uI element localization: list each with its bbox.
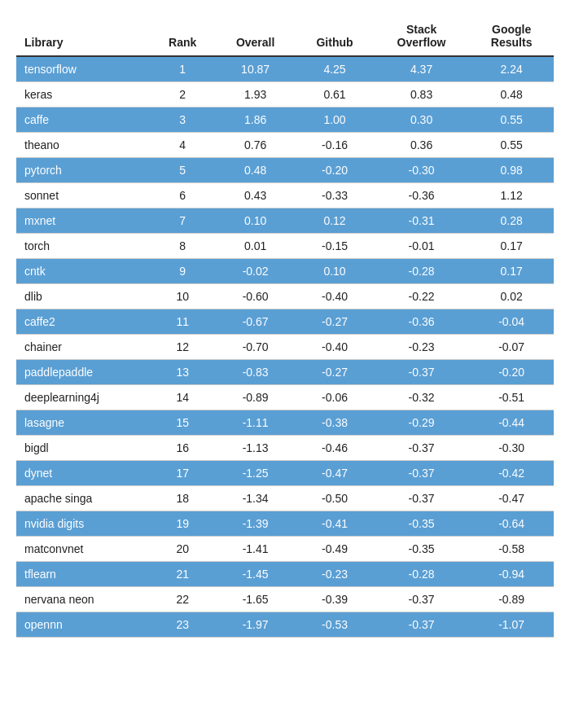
table-row: chainer12-0.70-0.40-0.23-0.07 bbox=[16, 335, 554, 360]
col-header-library: Library bbox=[16, 16, 150, 56]
cell-stackoverflow: -0.36 bbox=[374, 183, 469, 208]
table-row: lasagne15-1.11-0.38-0.29-0.44 bbox=[16, 410, 554, 436]
cell-library: caffe2 bbox=[16, 309, 150, 335]
table-row: keras21.930.610.830.48 bbox=[16, 82, 554, 107]
cell-rank: 3 bbox=[150, 107, 215, 133]
cell-rank: 10 bbox=[150, 284, 215, 309]
cell-github: -0.20 bbox=[296, 158, 374, 183]
cell-google: 0.55 bbox=[469, 133, 554, 158]
cell-overall: -0.89 bbox=[215, 385, 296, 410]
cell-library: pytorch bbox=[16, 158, 150, 183]
cell-github: -0.40 bbox=[296, 284, 374, 309]
cell-rank: 14 bbox=[150, 385, 215, 410]
cell-overall: 0.48 bbox=[215, 158, 296, 183]
cell-github: -0.27 bbox=[296, 360, 374, 385]
cell-stackoverflow: 0.36 bbox=[374, 133, 469, 158]
cell-google: -0.51 bbox=[469, 385, 554, 410]
cell-github: -0.46 bbox=[296, 436, 374, 461]
cell-stackoverflow: -0.28 bbox=[374, 562, 469, 587]
cell-library: deeplearning4j bbox=[16, 385, 150, 410]
table-container: Library Rank Overall Github Stack Overfl… bbox=[16, 16, 554, 638]
cell-google: -0.07 bbox=[469, 335, 554, 360]
cell-rank: 22 bbox=[150, 587, 215, 612]
cell-rank: 9 bbox=[150, 259, 215, 284]
cell-overall: -1.11 bbox=[215, 410, 296, 436]
cell-github: 0.61 bbox=[296, 82, 374, 107]
cell-library: dlib bbox=[16, 284, 150, 309]
cell-library: keras bbox=[16, 82, 150, 107]
cell-rank: 8 bbox=[150, 234, 215, 259]
cell-github: 0.10 bbox=[296, 259, 374, 284]
cell-rank: 13 bbox=[150, 360, 215, 385]
cell-github: -0.23 bbox=[296, 562, 374, 587]
cell-github: 4.25 bbox=[296, 56, 374, 82]
cell-stackoverflow: -0.35 bbox=[374, 511, 469, 537]
table-row: deeplearning4j14-0.89-0.06-0.32-0.51 bbox=[16, 385, 554, 410]
table-row: nvidia digits19-1.39-0.41-0.35-0.64 bbox=[16, 511, 554, 537]
cell-overall: -0.60 bbox=[215, 284, 296, 309]
cell-rank: 6 bbox=[150, 183, 215, 208]
cell-overall: 0.10 bbox=[215, 208, 296, 234]
cell-library: mxnet bbox=[16, 208, 150, 234]
cell-overall: 10.87 bbox=[215, 56, 296, 82]
cell-stackoverflow: -0.37 bbox=[374, 360, 469, 385]
cell-stackoverflow: -0.37 bbox=[374, 461, 469, 486]
cell-overall: -1.34 bbox=[215, 486, 296, 511]
cell-rank: 2 bbox=[150, 82, 215, 107]
col-header-rank: Rank bbox=[150, 16, 215, 56]
cell-overall: -1.13 bbox=[215, 436, 296, 461]
cell-google: -0.30 bbox=[469, 436, 554, 461]
cell-library: theano bbox=[16, 133, 150, 158]
cell-library: tensorflow bbox=[16, 56, 150, 82]
cell-library: cntk bbox=[16, 259, 150, 284]
cell-library: opennn bbox=[16, 612, 150, 638]
cell-overall: 0.01 bbox=[215, 234, 296, 259]
table-row: matconvnet20-1.41-0.49-0.35-0.58 bbox=[16, 537, 554, 562]
cell-stackoverflow: 0.30 bbox=[374, 107, 469, 133]
cell-github: -0.06 bbox=[296, 385, 374, 410]
cell-github: -0.38 bbox=[296, 410, 374, 436]
cell-overall: 0.43 bbox=[215, 183, 296, 208]
cell-library: tflearn bbox=[16, 562, 150, 587]
col-header-google: Google Results bbox=[469, 16, 554, 56]
cell-stackoverflow: -0.36 bbox=[374, 309, 469, 335]
cell-google: 2.24 bbox=[469, 56, 554, 82]
cell-github: -0.39 bbox=[296, 587, 374, 612]
cell-stackoverflow: -0.28 bbox=[374, 259, 469, 284]
cell-google: 0.98 bbox=[469, 158, 554, 183]
cell-stackoverflow: -0.37 bbox=[374, 587, 469, 612]
cell-overall: -1.45 bbox=[215, 562, 296, 587]
table-row: mxnet70.100.12-0.310.28 bbox=[16, 208, 554, 234]
col-header-stackoverflow: Stack Overflow bbox=[374, 16, 469, 56]
table-row: torch80.01-0.15-0.010.17 bbox=[16, 234, 554, 259]
cell-stackoverflow: 4.37 bbox=[374, 56, 469, 82]
cell-google: 0.48 bbox=[469, 82, 554, 107]
cell-rank: 12 bbox=[150, 335, 215, 360]
table-row: tflearn21-1.45-0.23-0.28-0.94 bbox=[16, 562, 554, 587]
cell-github: -0.53 bbox=[296, 612, 374, 638]
table-row: cntk9-0.020.10-0.280.17 bbox=[16, 259, 554, 284]
cell-stackoverflow: -0.23 bbox=[374, 335, 469, 360]
cell-google: 0.55 bbox=[469, 107, 554, 133]
cell-google: -0.47 bbox=[469, 486, 554, 511]
cell-google: 0.02 bbox=[469, 284, 554, 309]
cell-github: -0.27 bbox=[296, 309, 374, 335]
table-row: paddlepaddle13-0.83-0.27-0.37-0.20 bbox=[16, 360, 554, 385]
cell-google: 0.28 bbox=[469, 208, 554, 234]
cell-overall: -1.41 bbox=[215, 537, 296, 562]
cell-rank: 1 bbox=[150, 56, 215, 82]
table-row: pytorch50.48-0.20-0.300.98 bbox=[16, 158, 554, 183]
cell-google: 0.17 bbox=[469, 234, 554, 259]
table-row: caffe211-0.67-0.27-0.36-0.04 bbox=[16, 309, 554, 335]
cell-google: -0.04 bbox=[469, 309, 554, 335]
cell-github: 1.00 bbox=[296, 107, 374, 133]
table-row: sonnet60.43-0.33-0.361.12 bbox=[16, 183, 554, 208]
cell-overall: 0.76 bbox=[215, 133, 296, 158]
rankings-table: Library Rank Overall Github Stack Overfl… bbox=[16, 16, 554, 638]
cell-overall: 1.86 bbox=[215, 107, 296, 133]
table-row: opennn23-1.97-0.53-0.37-1.07 bbox=[16, 612, 554, 638]
cell-overall: -0.83 bbox=[215, 360, 296, 385]
cell-stackoverflow: -0.37 bbox=[374, 436, 469, 461]
cell-rank: 21 bbox=[150, 562, 215, 587]
cell-rank: 7 bbox=[150, 208, 215, 234]
